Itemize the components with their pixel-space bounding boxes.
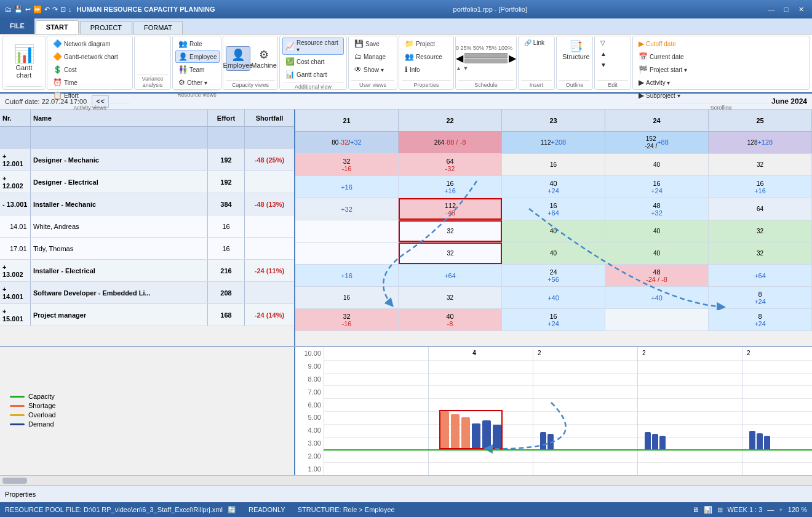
- edit-filter-btn[interactable]: ▽: [597, 38, 608, 48]
- ribbon-group-capacity: 👤 Employee ⚙ Machine Capacity views: [223, 36, 278, 90]
- properties-label: Properties: [5, 491, 36, 498]
- ribbon-label-edit: Edit: [597, 80, 628, 88]
- gantt-network-btn[interactable]: 🔶 Gantt-network chart: [50, 50, 121, 63]
- project-start-btn[interactable]: 🏁 Project start ▾: [635, 63, 690, 76]
- resource-prop-btn[interactable]: 👥 Resource: [402, 50, 445, 63]
- chart-label-day22: 4: [437, 350, 511, 356]
- chart-grid: 4 2 2: [324, 347, 812, 475]
- left-panel: Nr. Name Effort Shortfall + 12.001 Desig…: [0, 110, 295, 346]
- table-header: Nr. Name Effort Shortfall: [0, 110, 294, 127]
- ribbon-group-additional: 📈 Resource chart ▾ 💹 Cost chart 📊 Gantt …: [279, 36, 347, 90]
- gantt-row-14001: 16 32 +40 +40 8+24: [295, 287, 812, 309]
- header-effort: Effort: [208, 110, 245, 126]
- table-row[interactable]: 14.01 White, Andreas 16: [0, 215, 294, 238]
- bar-chart-day22: [439, 410, 503, 449]
- summary-row: [0, 127, 294, 149]
- window-controls[interactable]: — □ ✕: [765, 4, 807, 14]
- scroll-thumb[interactable]: [2, 478, 27, 484]
- status-file: RESOURCE POOL FILE: D:\01 RP_video\en\6_…: [5, 506, 223, 513]
- gantt-row-1701: 32 40 40 32: [295, 242, 812, 265]
- subproject-btn[interactable]: ▶ Subproject ▾: [635, 89, 683, 102]
- network-diagram-btn[interactable]: 🔷 Network diagram: [50, 38, 114, 50]
- cost-btn[interactable]: 💲 Cost: [50, 63, 80, 76]
- schedule-left-btn[interactable]: ◀: [456, 52, 463, 64]
- info-btn[interactable]: ℹ Info: [402, 63, 423, 76]
- selected-cell-13001-22: 112-48: [399, 198, 502, 220]
- title-icons: 🗂 💾 ↩ ⏩ ↶ ↷ ⊡ ↓: [5, 6, 72, 14]
- app-title: HUMAN RESOURCE CAPACITY PLANNING: [77, 6, 215, 13]
- ribbon-group-resource: 👥 Role 👤 Employee 👫 Team ⚙ Other ▾ Resou…: [172, 36, 221, 90]
- bar-chart-day25: [749, 431, 770, 449]
- edit-down-btn[interactable]: ▼: [597, 60, 610, 70]
- minimize-btn[interactable]: —: [765, 4, 778, 14]
- role-btn[interactable]: 👥 Role: [175, 38, 205, 50]
- right-panel: 21 22 23 24 25 80-32 / +32 264-88 / -8 1…: [295, 110, 812, 346]
- cutoff-date-scroll-btn[interactable]: ▶ Cutoff date: [635, 38, 679, 50]
- table-row[interactable]: + 13.002 Installer - Electrical 216 -24 …: [0, 260, 294, 282]
- ribbon-label-properties: Properties: [402, 80, 451, 88]
- tab-project[interactable]: PROJECT: [80, 21, 132, 34]
- ribbon-group-scrolling: ▶ Cutoff date 📅 Current date 🏁 Project s…: [632, 36, 810, 90]
- table-row[interactable]: + 12.002 Designer - Electrical 192: [0, 171, 294, 193]
- effort-btn[interactable]: 📋 Effort: [50, 89, 82, 102]
- horizontal-scrollbar[interactable]: [0, 475, 812, 485]
- selected-cell-1701-22: 32: [399, 242, 502, 264]
- table-row[interactable]: + 12.001 Designer - Mechanic 192 -48 (25…: [0, 149, 294, 171]
- activity-scroll-btn[interactable]: ▶ Activity ▾: [635, 76, 673, 89]
- employee-capacity-btn[interactable]: 👤 Employee: [226, 46, 250, 71]
- gantt-row-13001: +32 112-48 16+64 48+32 64: [295, 198, 812, 220]
- table-row[interactable]: - 13.001 Installer - Mechanic 384 -48 (1…: [0, 193, 294, 215]
- ribbon-label-capacity: Capacity views: [226, 80, 275, 88]
- status-structure: STRUCTURE: Role > Employee: [298, 506, 395, 513]
- tab-start[interactable]: START: [36, 20, 79, 34]
- resource-chart-btn[interactable]: 📈 Resource chart ▾: [282, 38, 344, 55]
- table-row[interactable]: + 14.001 Software Developer - Embedded L…: [0, 282, 294, 304]
- close-btn[interactable]: ✕: [795, 4, 807, 14]
- save-view-btn[interactable]: 💾 Save: [351, 38, 383, 50]
- schedule-right-btn[interactable]: ▶: [509, 52, 516, 64]
- header-nr: Nr.: [0, 110, 31, 126]
- selected-cell-1401-22: 32: [399, 220, 502, 242]
- chart-label-day24: 2: [642, 350, 646, 356]
- ribbon: 📊 Gantt chart 🔷 Network diagram 🔶 Gantt-…: [0, 34, 812, 94]
- gantt-chart-btn[interactable]: 📊 Gantt chart: [10, 42, 38, 81]
- project-prop-btn[interactable]: 📁 Project: [402, 38, 438, 50]
- status-readonly: READONLY: [249, 506, 285, 513]
- capacity-line: [324, 449, 812, 451]
- other-btn[interactable]: ⚙ Other ▾: [175, 76, 210, 89]
- employee-resource-btn[interactable]: 👤 Employee: [175, 50, 220, 63]
- ribbon-group-schedule: 0 25% 50% 75% 100% ◀ ▶ ▲ ▼ Schedule: [455, 36, 517, 90]
- main-content: Cutoff date: 22.07.24 17:00 << June 2024…: [0, 94, 812, 475]
- tab-format[interactable]: FORMAT: [133, 21, 183, 34]
- cost-chart-btn[interactable]: 💹 Cost chart: [282, 55, 328, 68]
- chart-right: 10.00 9.00 8.00 7.00 6.00 5.00 4.00 3.00…: [295, 347, 812, 475]
- link-btn[interactable]: 🔗 Link: [521, 38, 547, 48]
- properties-bar: Properties: [0, 485, 812, 502]
- gantt-chart-additional-btn[interactable]: 📊 Gantt chart: [282, 68, 330, 81]
- ribbon-label-user: User views: [351, 80, 394, 88]
- current-date-btn[interactable]: 📅 Current date: [635, 50, 687, 63]
- manage-btn[interactable]: 🗂 Manage: [351, 50, 389, 63]
- legend-overload: Overload: [10, 411, 289, 419]
- legend-shortage: Shortage: [10, 402, 289, 409]
- show-btn[interactable]: 👁 Show ▾: [351, 63, 387, 76]
- legend-capacity: Capacity: [10, 393, 289, 400]
- machine-btn[interactable]: ⚙ Machine: [253, 46, 275, 71]
- gantt-body: 80-32 / +32 264-88 / -8 112+208 152-24 /…: [295, 132, 812, 346]
- day-header-22: 22: [399, 110, 502, 131]
- tab-file[interactable]: FILE: [0, 18, 34, 34]
- time-btn[interactable]: ⏰ Time: [50, 76, 81, 89]
- gantt-row-15001: 32-16 40-8 16+24 8+24: [295, 309, 812, 331]
- chart-label-day23: 2: [538, 350, 541, 356]
- header-name: Name: [31, 110, 208, 126]
- table-row[interactable]: + 15.001 Project manager 168 -24 (14%): [0, 304, 294, 326]
- edit-up-btn[interactable]: ▲: [597, 49, 610, 59]
- structure-btn[interactable]: 📑 Structure: [559, 38, 593, 62]
- maximize-btn[interactable]: □: [780, 4, 792, 14]
- team-btn[interactable]: 👫 Team: [175, 63, 207, 76]
- table-row[interactable]: 17.01 Tidy, Thomas 16: [0, 238, 294, 260]
- ribbon-group-activity: 🔷 Network diagram 🔶 Gantt-network chart …: [47, 36, 133, 90]
- ribbon-label-gantt: [6, 86, 42, 88]
- ribbon-group-user: 💾 Save 🗂 Manage 👁 Show ▾ User views: [348, 36, 397, 90]
- ribbon-group-edit: ▽ ▲ ▼ Edit: [594, 36, 631, 90]
